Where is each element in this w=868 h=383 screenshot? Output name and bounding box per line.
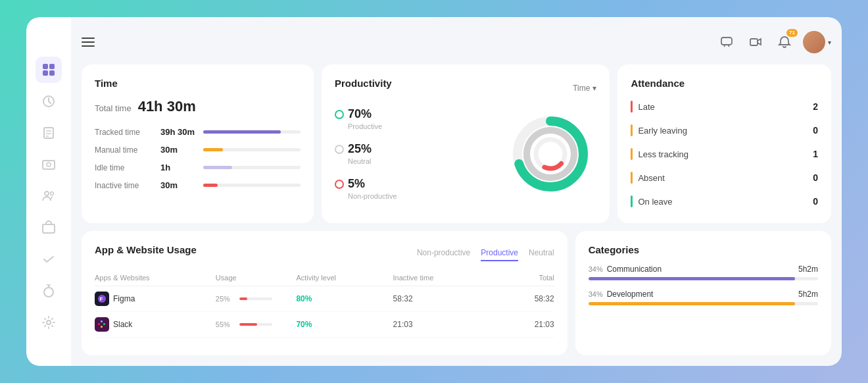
cat-development-bar-track — [589, 302, 818, 305]
sidebar-item-projects[interactable] — [36, 215, 62, 241]
usage-tabs: Non-productive Productive Neutral — [417, 248, 554, 261]
neutral-pct: 25% — [348, 142, 372, 156]
usage-row-figma: F Figma 25% 80% 58:32 58:32 — [95, 286, 554, 312]
attendance-row-late: Late 2 — [631, 98, 818, 115]
chat-icon[interactable] — [716, 32, 737, 53]
user-avatar-container[interactable]: ▾ — [803, 31, 831, 53]
usage-card: App & Website Usage Non-productive Produ… — [82, 231, 567, 355]
nonproductive-circle — [335, 180, 344, 189]
slack-inactive: 21:03 — [393, 320, 490, 329]
cat-communication-bar-track — [589, 277, 818, 280]
sidebar-item-photos[interactable] — [36, 151, 62, 178]
svg-point-17 — [47, 320, 51, 324]
neutral-circle — [335, 145, 344, 154]
slack-bar-track — [239, 323, 272, 326]
notification-icon[interactable]: 71 — [774, 32, 795, 53]
slack-activity: 70% — [296, 320, 393, 329]
svg-rect-31 — [101, 326, 103, 328]
earlyleaving-count: 0 — [813, 125, 818, 136]
total-time-label: Total time — [95, 103, 132, 113]
manual-time-value: 30m — [160, 145, 197, 155]
sidebar-item-dashboard[interactable] — [36, 57, 62, 83]
nonproductive-label: Non-productive — [348, 192, 491, 200]
sidebar-item-reports[interactable] — [36, 120, 62, 146]
slack-bar-fill — [239, 323, 258, 326]
tracked-time-value: 39h 30m — [160, 127, 197, 137]
manual-time-bar-track — [203, 148, 301, 151]
attendance-late-left: Late — [631, 101, 654, 113]
productivity-header: Productivity Time ▾ — [335, 78, 596, 98]
figma-name: Figma — [113, 294, 135, 303]
tab-nonproductive[interactable]: Non-productive — [417, 248, 470, 261]
svg-rect-9 — [43, 161, 55, 169]
tracked-time-label: Tracked time — [95, 128, 154, 137]
attendance-row-onleave: On leave 0 — [631, 193, 818, 210]
slack-total: 21:03 — [490, 320, 554, 329]
cat-development-time: 5h2m — [798, 290, 818, 299]
productivity-card: Productivity Time ▾ 70% Productive — [322, 64, 610, 223]
time-card: Time Total time 41h 30m Tracked time 39h… — [82, 64, 314, 223]
svg-point-10 — [47, 163, 51, 166]
col-apps-websites: Apps & Websites — [95, 274, 216, 282]
productive-circle — [335, 110, 344, 119]
svg-rect-13 — [43, 224, 55, 233]
cat-communication-name: Communication — [607, 265, 662, 274]
col-inactive: Inactive time — [393, 274, 490, 282]
hamburger-button[interactable] — [82, 38, 95, 47]
attendance-rows: Late 2 Early leaving 0 — [631, 98, 818, 210]
attendance-title: Attendance — [631, 78, 818, 89]
absent-label: Absent — [638, 173, 664, 183]
chevron-down-icon: ▾ — [828, 39, 831, 46]
sidebar-item-tasks[interactable] — [36, 246, 62, 272]
usage-title: App & Website Usage — [95, 244, 197, 255]
onleave-left: On leave — [631, 195, 672, 207]
cat-row-communication: 34% Communication 5h2m — [589, 265, 818, 280]
video-icon[interactable] — [745, 32, 766, 53]
tracked-time-bar-fill — [203, 130, 281, 134]
slack-name: Slack — [113, 320, 132, 329]
slack-app-col: Slack — [95, 317, 216, 332]
neutral-label: Neutral — [348, 157, 491, 165]
earlyleaving-dot — [631, 124, 633, 136]
late-label: Late — [638, 102, 654, 112]
attendance-row-lesstracking: Less tracking 1 — [631, 145, 818, 163]
onleave-count: 0 — [813, 196, 818, 207]
usage-header: App & Website Usage Non-productive Produ… — [95, 244, 554, 265]
onleave-label: On leave — [638, 197, 672, 207]
time-dropdown[interactable]: Time ▾ — [573, 84, 596, 93]
svg-rect-28 — [98, 323, 100, 325]
inactive-time-bar-track — [203, 184, 301, 187]
cat-communication-time: 5h2m — [798, 265, 818, 274]
productivity-title: Productivity — [335, 78, 392, 89]
cat-communication-pct: 34% — [589, 265, 603, 273]
col-activity: Activity level — [296, 274, 393, 282]
top-cards-row: Time Total time 41h 30m Tracked time 39h… — [82, 64, 831, 223]
lesstracking-label: Less tracking — [638, 149, 688, 159]
late-count: 2 — [813, 101, 818, 112]
productivity-content: 70% Productive 25% Neutral — [335, 107, 596, 200]
tab-neutral[interactable]: Neutral — [529, 248, 554, 261]
svg-rect-29 — [101, 320, 103, 322]
inactive-time-value: 30m — [160, 180, 197, 190]
inactive-time-label: Inactive time — [95, 181, 154, 190]
svg-rect-3 — [49, 70, 55, 76]
col-total: Total — [490, 274, 554, 282]
donut-chart — [504, 108, 596, 200]
cat-development-left: 34% Development — [589, 290, 654, 299]
sidebar-item-time[interactable] — [36, 88, 62, 115]
time-row-tracked: Tracked time 39h 30m — [95, 127, 301, 137]
time-card-title: Time — [95, 78, 301, 89]
categories-card: Categories 34% Communication 5h2m — [575, 231, 831, 355]
categories-title: Categories — [589, 244, 818, 255]
sidebar-item-people[interactable] — [36, 183, 62, 209]
svg-point-11 — [45, 192, 49, 195]
sidebar-item-settings[interactable] — [36, 309, 62, 336]
slack-usage-col: 55% — [216, 320, 297, 328]
tab-productive[interactable]: Productive — [481, 248, 518, 261]
slack-usage-pct: 55% — [216, 320, 235, 328]
bottom-cards-row: App & Website Usage Non-productive Produ… — [82, 231, 831, 355]
lesstracking-left: Less tracking — [631, 148, 688, 160]
sidebar-item-timer[interactable] — [36, 278, 62, 304]
figma-activity: 80% — [296, 294, 393, 303]
time-row-inactive: Inactive time 30m — [95, 180, 301, 190]
